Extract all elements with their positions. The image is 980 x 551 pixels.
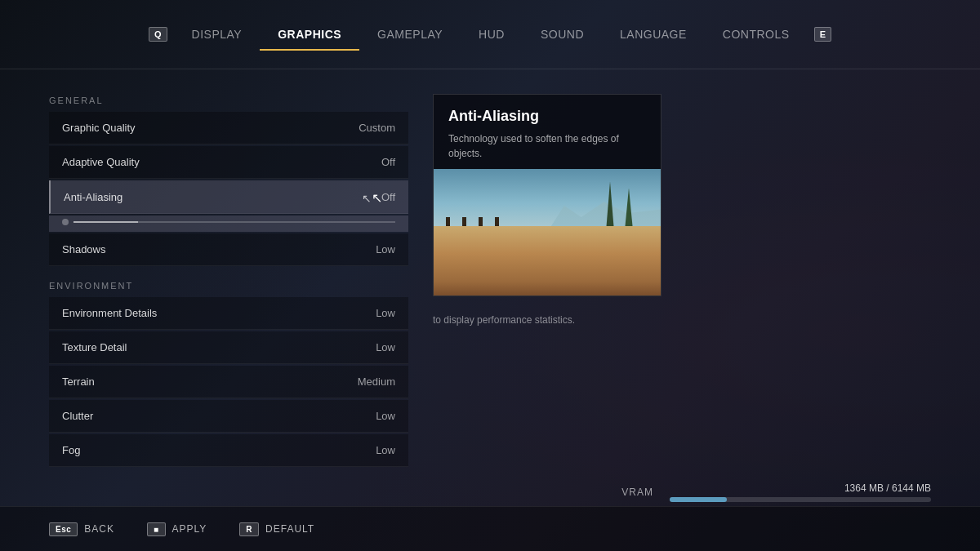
nav-left-badge[interactable]: Q <box>149 27 167 42</box>
anti-aliasing-slider-row[interactable] <box>49 216 408 232</box>
back-key-badge: Esc <box>49 522 78 536</box>
top-nav: Q Display Graphics Gameplay HUD Sound La… <box>0 0 980 69</box>
main-container: Q Display Graphics Gameplay HUD Sound La… <box>0 0 980 551</box>
apply-key-badge: ■ <box>147 522 166 536</box>
vram-bar-container: 1364 MB / 6144 MB <box>670 482 931 502</box>
setting-texture-detail[interactable]: Texture Detail Low <box>49 331 408 364</box>
default-label: DEFAULT <box>265 523 314 535</box>
vram-bar-fill <box>670 497 727 502</box>
scene-ground <box>434 226 661 295</box>
content-area: GENERAL Graphic Quality Custom Adaptive … <box>0 69 980 506</box>
tab-sound[interactable]: Sound <box>523 20 602 49</box>
setting-anti-aliasing[interactable]: Anti-Aliasing ↖ Off <box>49 180 408 214</box>
setting-graphic-quality-name: Graphic Quality <box>62 122 136 134</box>
setting-shadows[interactable]: Shadows Low <box>49 233 408 266</box>
tab-hud[interactable]: HUD <box>461 20 523 49</box>
setting-clutter-value: Low <box>376 410 395 422</box>
action-default[interactable]: R DEFAULT <box>239 522 314 536</box>
setting-terrain-value: Medium <box>358 375 395 388</box>
nav-right-badge[interactable]: E <box>814 27 831 42</box>
tab-language[interactable]: Language <box>602 20 705 49</box>
info-title: Anti-Aliasing <box>448 108 646 125</box>
setting-shadows-value: Low <box>376 243 395 256</box>
setting-graphic-quality[interactable]: Graphic Quality Custom <box>49 112 408 144</box>
slider-dot-1 <box>62 219 69 225</box>
setting-adaptive-quality-name: Adaptive Quality <box>62 156 140 168</box>
general-settings-list: Graphic Quality Custom Adaptive Quality … <box>49 112 408 266</box>
setting-env-details-value: Low <box>376 307 395 319</box>
setting-texture-detail-name: Texture Detail <box>62 341 127 353</box>
section-general-label: GENERAL <box>49 96 408 105</box>
info-image <box>434 169 661 295</box>
perf-text: to display performance statistics. <box>433 313 575 327</box>
vram-section: VRAM 1364 MB / 6144 MB <box>621 482 931 502</box>
setting-shadows-name: Shadows <box>62 243 105 256</box>
setting-terrain-name: Terrain <box>62 375 95 388</box>
apply-label: APPLY <box>172 523 207 535</box>
tab-gameplay[interactable]: Gameplay <box>359 20 461 49</box>
environment-settings-list: Environment Details Low Texture Detail L… <box>49 297 408 467</box>
setting-fog-name: Fog <box>62 444 80 456</box>
left-panel: GENERAL Graphic Quality Custom Adaptive … <box>49 86 408 506</box>
setting-adaptive-quality[interactable]: Adaptive Quality Off <box>49 146 408 179</box>
tab-controls[interactable]: Controls <box>705 20 808 49</box>
bottom-bar: Esc BACK ■ APPLY R DEFAULT <box>0 506 980 551</box>
info-card-header: Anti-Aliasing Technology used to soften … <box>434 95 661 169</box>
setting-fog-value: Low <box>376 444 395 456</box>
setting-adaptive-quality-value: Off <box>381 156 395 168</box>
cursor-icon: ↖ <box>362 190 375 203</box>
vram-value: 1364 MB / 6144 MB <box>670 482 931 494</box>
setting-env-details[interactable]: Environment Details Low <box>49 297 408 330</box>
action-back[interactable]: Esc BACK <box>49 522 114 536</box>
setting-clutter[interactable]: Clutter Low <box>49 400 408 433</box>
setting-env-details-name: Environment Details <box>62 307 157 319</box>
slider-track[interactable] <box>74 221 395 223</box>
tab-graphics[interactable]: Graphics <box>260 20 359 49</box>
setting-anti-aliasing-name: Anti-Aliasing <box>64 191 122 203</box>
setting-anti-aliasing-value: Off <box>381 191 395 203</box>
vram-bar-track <box>670 497 931 502</box>
setting-fog[interactable]: Fog Low <box>49 434 408 467</box>
info-card: Anti-Aliasing Technology used to soften … <box>433 94 662 296</box>
right-panel: Anti-Aliasing Technology used to soften … <box>433 86 931 506</box>
info-desc: Technology used to soften the edges of o… <box>448 131 646 161</box>
back-label: BACK <box>84 523 114 535</box>
tab-display[interactable]: Display <box>174 20 261 49</box>
section-environment-label: ENVIRONMENT <box>49 281 408 291</box>
action-apply[interactable]: ■ APPLY <box>147 522 207 536</box>
default-key-badge: R <box>239 522 259 536</box>
vram-label: VRAM <box>621 487 653 498</box>
setting-graphic-quality-value: Custom <box>359 122 395 134</box>
setting-clutter-name: Clutter <box>62 410 93 422</box>
slider-fill <box>74 221 138 223</box>
setting-texture-detail-value: Low <box>376 341 395 353</box>
setting-terrain[interactable]: Terrain Medium <box>49 366 408 398</box>
